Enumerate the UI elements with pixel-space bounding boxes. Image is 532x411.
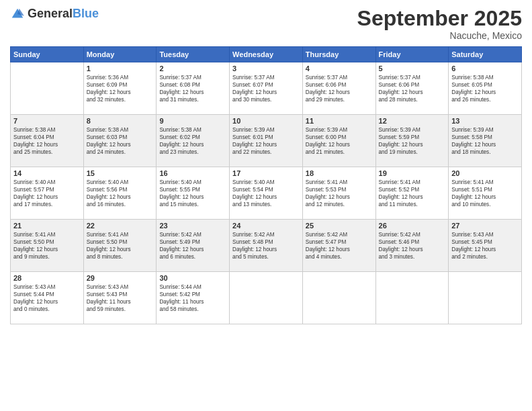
day-info: Sunrise: 5:37 AM Sunset: 6:06 PM Dayligh… [379, 74, 446, 103]
day-info: Sunrise: 5:42 AM Sunset: 5:49 PM Dayligh… [159, 231, 226, 261]
calendar-cell: 19Sunrise: 5:41 AM Sunset: 5:52 PM Dayli… [375, 167, 449, 220]
calendar-cell: 23Sunrise: 5:42 AM Sunset: 5:49 PM Dayli… [157, 220, 230, 272]
day-number: 11 [306, 117, 373, 125]
day-info: Sunrise: 5:37 AM Sunset: 6:07 PM Dayligh… [232, 74, 300, 103]
day-number: 18 [306, 169, 373, 177]
day-info: Sunrise: 5:44 AM Sunset: 5:42 PM Dayligh… [159, 283, 226, 313]
calendar-cell: 1Sunrise: 5:36 AM Sunset: 6:09 PM Daylig… [83, 62, 157, 115]
logo-icon [10, 7, 25, 21]
day-number: 27 [451, 222, 519, 230]
day-number: 14 [13, 169, 81, 177]
calendar-body: 1Sunrise: 5:36 AM Sunset: 6:09 PM Daylig… [11, 62, 522, 324]
calendar-cell: 6Sunrise: 5:38 AM Sunset: 6:05 PM Daylig… [449, 62, 522, 115]
calendar-cell: 13Sunrise: 5:39 AM Sunset: 5:58 PM Dayli… [449, 115, 522, 167]
calendar-cell: 11Sunrise: 5:39 AM Sunset: 6:00 PM Dayli… [302, 115, 375, 167]
calendar-cell [302, 272, 375, 324]
calendar-cell: 24Sunrise: 5:42 AM Sunset: 5:48 PM Dayli… [230, 220, 303, 272]
calendar-cell: 2Sunrise: 5:37 AM Sunset: 6:08 PM Daylig… [157, 62, 230, 115]
calendar-cell: 29Sunrise: 5:43 AM Sunset: 5:43 PM Dayli… [83, 272, 157, 324]
logo-text: GeneralBlue [28, 7, 99, 21]
day-number: 6 [451, 64, 519, 73]
day-info: Sunrise: 5:37 AM Sunset: 6:08 PM Dayligh… [159, 74, 226, 103]
day-info: Sunrise: 5:40 AM Sunset: 5:55 PM Dayligh… [159, 179, 226, 208]
calendar-row: 1Sunrise: 5:36 AM Sunset: 6:09 PM Daylig… [11, 62, 522, 115]
calendar-page: GeneralBlue September 2025 Nacuche, Mexi… [0, 0, 532, 411]
day-info: Sunrise: 5:40 AM Sunset: 5:57 PM Dayligh… [13, 179, 81, 208]
day-info: Sunrise: 5:43 AM Sunset: 5:45 PM Dayligh… [451, 231, 519, 261]
header: GeneralBlue September 2025 Nacuche, Mexi… [10, 7, 522, 41]
day-info: Sunrise: 5:38 AM Sunset: 6:05 PM Dayligh… [451, 74, 519, 103]
day-info: Sunrise: 5:42 AM Sunset: 5:47 PM Dayligh… [306, 231, 373, 261]
day-info: Sunrise: 5:41 AM Sunset: 5:50 PM Dayligh… [13, 231, 81, 261]
day-number: 23 [159, 222, 226, 230]
day-number: 13 [451, 117, 519, 125]
calendar-cell: 10Sunrise: 5:39 AM Sunset: 6:01 PM Dayli… [230, 115, 303, 167]
day-number: 3 [232, 64, 300, 73]
day-info: Sunrise: 5:39 AM Sunset: 6:00 PM Dayligh… [306, 126, 373, 156]
day-number: 25 [306, 222, 373, 230]
day-info: Sunrise: 5:42 AM Sunset: 5:48 PM Dayligh… [232, 231, 300, 261]
header-row: SundayMondayTuesdayWednesdayThursdayFrid… [11, 47, 522, 62]
day-info: Sunrise: 5:39 AM Sunset: 5:58 PM Dayligh… [451, 126, 519, 156]
calendar-cell: 5Sunrise: 5:37 AM Sunset: 6:06 PM Daylig… [375, 62, 449, 115]
header-day: Monday [83, 47, 157, 62]
calendar-cell: 26Sunrise: 5:42 AM Sunset: 5:46 PM Dayli… [375, 220, 449, 272]
logo: GeneralBlue [10, 7, 99, 21]
day-number: 17 [232, 169, 300, 177]
day-info: Sunrise: 5:37 AM Sunset: 6:06 PM Dayligh… [306, 74, 373, 103]
day-number: 19 [379, 169, 446, 177]
calendar-cell: 30Sunrise: 5:44 AM Sunset: 5:42 PM Dayli… [157, 272, 230, 324]
day-number: 26 [379, 222, 446, 230]
month-title: September 2025 [357, 7, 522, 30]
day-number: 5 [379, 64, 446, 73]
day-info: Sunrise: 5:42 AM Sunset: 5:46 PM Dayligh… [379, 231, 446, 261]
day-number: 29 [87, 274, 154, 282]
calendar-cell: 9Sunrise: 5:38 AM Sunset: 6:02 PM Daylig… [157, 115, 230, 167]
header-day: Friday [375, 47, 449, 62]
logo-blue: Blue [73, 7, 99, 21]
calendar-cell: 27Sunrise: 5:43 AM Sunset: 5:45 PM Dayli… [449, 220, 522, 272]
calendar-cell: 15Sunrise: 5:40 AM Sunset: 5:56 PM Dayli… [83, 167, 157, 220]
day-number: 8 [87, 117, 154, 125]
calendar-cell: 12Sunrise: 5:39 AM Sunset: 5:59 PM Dayli… [375, 115, 449, 167]
calendar-cell: 21Sunrise: 5:41 AM Sunset: 5:50 PM Dayli… [11, 220, 84, 272]
header-day: Saturday [449, 47, 522, 62]
calendar-row: 7Sunrise: 5:38 AM Sunset: 6:04 PM Daylig… [11, 115, 522, 167]
day-number: 4 [306, 64, 373, 73]
calendar-cell: 4Sunrise: 5:37 AM Sunset: 6:06 PM Daylig… [302, 62, 375, 115]
day-info: Sunrise: 5:38 AM Sunset: 6:02 PM Dayligh… [159, 126, 226, 156]
day-number: 7 [13, 117, 81, 125]
calendar-cell: 25Sunrise: 5:42 AM Sunset: 5:47 PM Dayli… [302, 220, 375, 272]
day-number: 30 [159, 274, 226, 282]
day-info: Sunrise: 5:43 AM Sunset: 5:43 PM Dayligh… [87, 283, 154, 313]
day-number: 28 [13, 274, 81, 282]
calendar-cell [375, 272, 449, 324]
calendar-cell: 20Sunrise: 5:41 AM Sunset: 5:51 PM Dayli… [449, 167, 522, 220]
calendar-cell: 7Sunrise: 5:38 AM Sunset: 6:04 PM Daylig… [11, 115, 84, 167]
day-number: 1 [87, 64, 154, 73]
calendar-cell [11, 62, 84, 115]
day-info: Sunrise: 5:41 AM Sunset: 5:53 PM Dayligh… [306, 179, 373, 208]
day-number: 20 [451, 169, 519, 177]
day-number: 22 [87, 222, 154, 230]
day-info: Sunrise: 5:38 AM Sunset: 6:04 PM Dayligh… [13, 126, 81, 156]
day-number: 24 [232, 222, 300, 230]
day-number: 16 [159, 169, 226, 177]
day-info: Sunrise: 5:39 AM Sunset: 6:01 PM Dayligh… [232, 126, 300, 156]
calendar-cell: 18Sunrise: 5:41 AM Sunset: 5:53 PM Dayli… [302, 167, 375, 220]
logo-general: General [28, 7, 73, 21]
calendar-cell: 8Sunrise: 5:38 AM Sunset: 6:03 PM Daylig… [83, 115, 157, 167]
header-day: Tuesday [157, 47, 230, 62]
day-info: Sunrise: 5:40 AM Sunset: 5:54 PM Dayligh… [232, 179, 300, 208]
day-number: 15 [87, 169, 154, 177]
calendar-row: 28Sunrise: 5:43 AM Sunset: 5:44 PM Dayli… [11, 272, 522, 324]
calendar-header: SundayMondayTuesdayWednesdayThursdayFrid… [11, 47, 522, 62]
calendar-row: 21Sunrise: 5:41 AM Sunset: 5:50 PM Dayli… [11, 220, 522, 272]
calendar-cell [449, 272, 522, 324]
calendar-cell: 28Sunrise: 5:43 AM Sunset: 5:44 PM Dayli… [11, 272, 84, 324]
day-info: Sunrise: 5:39 AM Sunset: 5:59 PM Dayligh… [379, 126, 446, 156]
day-info: Sunrise: 5:40 AM Sunset: 5:56 PM Dayligh… [87, 179, 154, 208]
calendar-cell: 16Sunrise: 5:40 AM Sunset: 5:55 PM Dayli… [157, 167, 230, 220]
day-info: Sunrise: 5:38 AM Sunset: 6:03 PM Dayligh… [87, 126, 154, 156]
location: Nacuche, Mexico [357, 30, 522, 41]
